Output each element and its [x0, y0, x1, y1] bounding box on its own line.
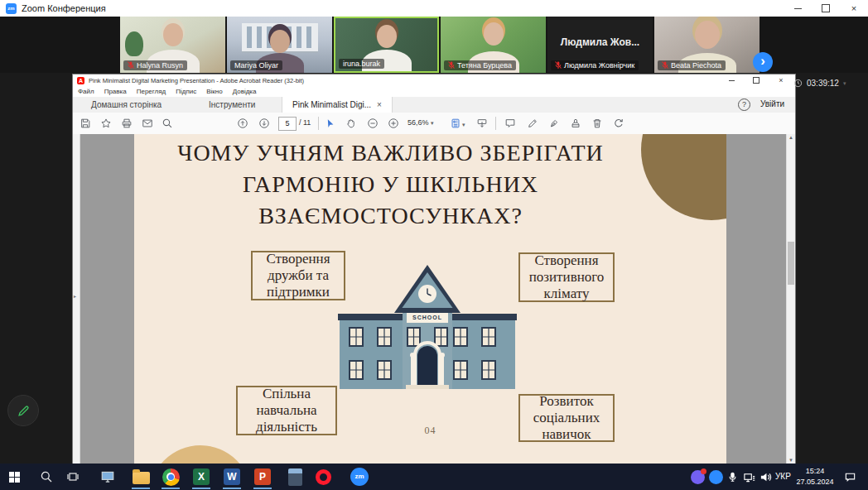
taskbar-clock[interactable]: 15:24 27.05.2024 [795, 466, 835, 488]
hand-tool-icon[interactable] [345, 118, 357, 129]
windows-logo-icon [9, 472, 20, 483]
scroll-down-icon[interactable]: ▼ [787, 458, 795, 463]
page-view-icon[interactable] [450, 118, 461, 129]
participant-tile[interactable]: Mariya Oliyar [227, 17, 332, 73]
annotation-pencil-button[interactable] [7, 395, 39, 426]
taskbar-desktop-app[interactable] [98, 468, 118, 486]
task-view-button[interactable] [63, 468, 83, 486]
pdf-slide: ЧОМУ УЧНЯМ ВАЖЛИВО ЗБЕРІГАТИ ГАРМОНІЮ У … [134, 134, 726, 464]
restore-button[interactable] [812, 0, 840, 17]
clock-icon [793, 79, 803, 88]
comment-icon[interactable] [504, 118, 516, 129]
tab-close-icon[interactable]: × [377, 100, 382, 109]
tab-tools[interactable]: Інструменти [199, 97, 265, 113]
page-view-caret[interactable]: ▾ [462, 120, 465, 128]
tray-speaker[interactable] [755, 468, 775, 486]
scrollbar-thumb[interactable] [788, 242, 794, 285]
running-indicator [223, 488, 241, 489]
participant-tile[interactable]: Beata Piechota [654, 17, 760, 73]
taskbar-zoom[interactable]: zm [350, 468, 369, 486]
action-center-icon [844, 471, 856, 483]
taskbar-chrome[interactable] [161, 468, 181, 486]
chrome-icon [162, 468, 180, 486]
menu-sign[interactable]: Підпис [171, 88, 201, 95]
menu-edit[interactable]: Правка [99, 88, 132, 95]
start-button[interactable] [4, 468, 24, 486]
action-center-button[interactable] [840, 468, 860, 486]
participant-tile[interactable]: Halyna Rusyn [120, 17, 225, 73]
page-number-input[interactable]: 5 [278, 117, 297, 131]
print-icon[interactable] [121, 118, 133, 129]
delete-icon[interactable] [591, 118, 603, 129]
menu-help[interactable]: Довідка [228, 88, 262, 95]
zoom-taskbar-icon: zm [350, 468, 369, 486]
nav-pane-strip[interactable]: ▸ [73, 134, 80, 464]
taskbar-opera[interactable] [313, 468, 333, 486]
pdf-document-area: ▸ ЧОМУ УЧНЯМ ВАЖЛИВО ЗБЕРІГАТИ ГАРМОНІЮ … [73, 134, 795, 464]
participant-tile[interactable]: Тетяна Бурцева [441, 17, 546, 73]
excel-icon: X [193, 468, 210, 485]
next-page-icon[interactable] [258, 118, 270, 129]
acrobat-app-icon: A [77, 77, 84, 84]
mic-muted-icon [555, 61, 562, 70]
save-icon[interactable] [80, 118, 91, 129]
search-icon[interactable] [162, 118, 173, 129]
language-indicator[interactable]: УКР [775, 472, 791, 481]
acrobat-restore-button[interactable] [744, 74, 769, 86]
star-icon[interactable] [100, 118, 112, 129]
next-participants-button[interactable]: › [753, 52, 773, 72]
taskbar-word[interactable]: W [222, 468, 242, 486]
acrobat-minimize-button[interactable] [719, 74, 744, 86]
meeting-timer[interactable]: 03:39:12 ▾ [793, 79, 846, 88]
email-icon[interactable] [142, 118, 153, 129]
acrobat-toolbar: 5 / 11 56,6% ▾ ▾ [73, 113, 795, 135]
taskbar-powerpoint[interactable]: P [253, 468, 272, 486]
acrobat-window-title: Pink Minimalist Digital Marketing Presen… [89, 77, 304, 84]
taskbar-calculator[interactable] [285, 468, 305, 486]
running-indicator [253, 488, 272, 489]
menu-view[interactable]: Перегляд [132, 88, 171, 95]
zoom-level-dropdown[interactable]: 56,6% ▾ [407, 118, 434, 127]
taskbar-search-button[interactable] [36, 468, 56, 486]
menu-file[interactable]: Файл [73, 88, 99, 95]
participant-tile-video-off[interactable]: Людмила Жов... Людмила Жовнірчик [547, 17, 653, 73]
plant-decoration [125, 31, 143, 56]
fill-sign-icon[interactable] [548, 118, 560, 129]
select-tool-icon[interactable] [324, 118, 335, 129]
search-icon [40, 470, 53, 483]
vertical-scrollbar[interactable]: ▲ ▼ [786, 134, 795, 464]
pencil-icon [17, 404, 31, 418]
close-button[interactable]: × [840, 0, 868, 17]
sign-in-button[interactable]: Увійти [760, 99, 784, 108]
previous-page-icon[interactable] [237, 118, 248, 129]
taskbar-file-explorer[interactable] [131, 468, 151, 486]
acrobat-close-button[interactable]: × [769, 74, 793, 86]
zoom-in-icon[interactable] [388, 118, 399, 129]
zoom-out-icon[interactable] [367, 118, 379, 129]
network-icon [743, 471, 755, 483]
tab-home[interactable]: Домашня сторінка [81, 97, 171, 113]
refresh-icon[interactable] [613, 118, 624, 129]
menu-window[interactable]: Вікно [201, 88, 227, 95]
mic-muted-icon [128, 61, 134, 70]
participant-name-label: Тетяна Бурцева [444, 60, 516, 70]
participant-name-label: iruna.burak [339, 59, 384, 69]
microphone-icon [727, 471, 738, 483]
nav-pane-expand-icon[interactable]: ▸ [74, 293, 76, 299]
taskbar-excel[interactable]: X [191, 468, 211, 486]
minimize-button[interactable] [784, 0, 812, 17]
scroll-up-icon[interactable]: ▲ [787, 135, 795, 140]
participant-tile-active-speaker[interactable]: iruna.burak [334, 17, 439, 73]
school-illustration [338, 262, 517, 389]
tab-document[interactable]: Pink Minimalist Digi... × [282, 97, 393, 113]
scroll-mode-icon[interactable] [476, 118, 488, 129]
zoom-window-title: Zoom Конференция [22, 3, 106, 13]
highlight-icon[interactable] [527, 118, 538, 129]
stamp-icon[interactable] [570, 118, 581, 129]
zoom-app-icon: zm [6, 3, 17, 14]
zoom-window-titlebar: zm Zoom Конференция × [0, 0, 868, 17]
taskbar-time: 15:24 [795, 466, 835, 477]
zoom-tray-icon [709, 470, 723, 484]
help-icon[interactable]: ? [738, 98, 750, 111]
tray-viber[interactable] [687, 468, 707, 486]
